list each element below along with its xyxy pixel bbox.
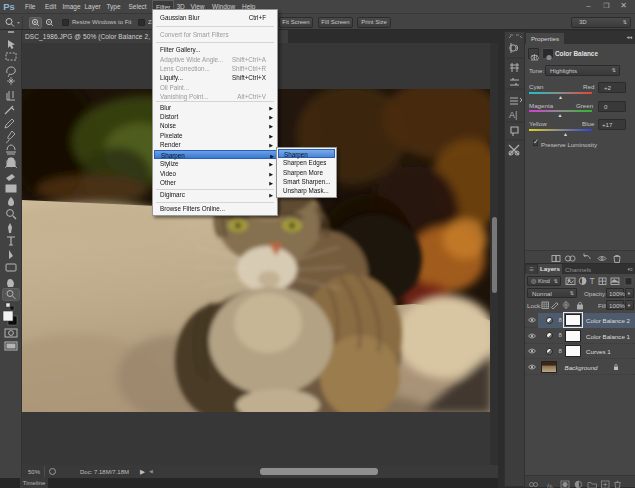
svg-text:fx.: fx. <box>547 481 554 488</box>
svg-text:T: T <box>590 276 595 286</box>
svg-text:A|: A| <box>509 110 517 120</box>
